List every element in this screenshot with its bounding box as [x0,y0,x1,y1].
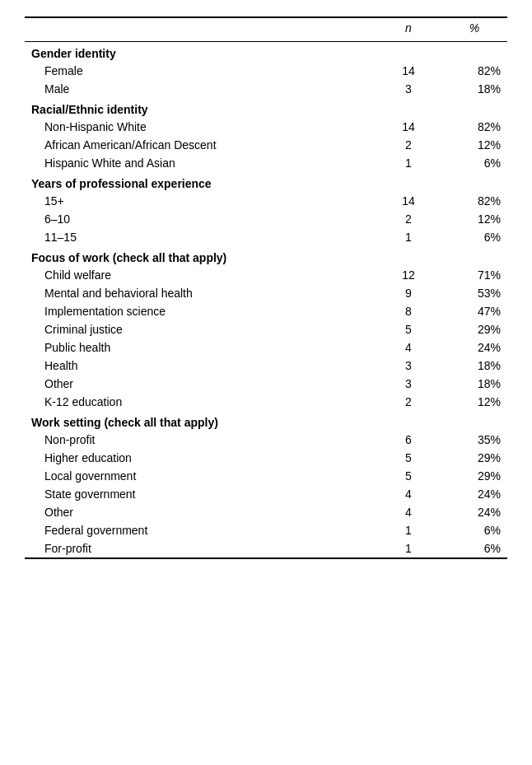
row-pct: 6% [441,539,507,558]
table-row: 15+1482% [25,192,507,210]
section-header-worksetting: Work setting (check all that apply) [25,411,507,431]
row-label: For-profit [25,539,376,558]
table-row: Federal government16% [25,521,507,539]
row-n: 4 [376,503,441,521]
table-row: Other318% [25,375,507,393]
table-row: Higher education529% [25,449,507,467]
row-pct: 24% [441,503,507,521]
row-pct: 18% [441,375,507,393]
row-label: Female [25,62,376,80]
row-pct: 12% [441,393,507,411]
section-header-label: Years of professional experience [25,172,507,192]
row-label: Male [25,80,376,98]
row-n: 9 [376,284,441,302]
table-row: K-12 education212% [25,393,507,411]
table-row: Non-profit635% [25,431,507,449]
row-pct: 47% [441,302,507,320]
row-pct: 82% [441,62,507,80]
row-n: 14 [376,192,441,210]
row-label: 6–10 [25,210,376,228]
row-label: Non-profit [25,431,376,449]
row-pct: 12% [441,136,507,154]
table-row: For-profit16% [25,539,507,558]
row-label: State government [25,485,376,503]
table-row: Child welfare1271% [25,266,507,284]
row-pct: 6% [441,521,507,539]
row-label: Non-Hispanic White [25,118,376,136]
row-label: Federal government [25,521,376,539]
row-label: Health [25,357,376,375]
row-n: 2 [376,210,441,228]
row-n: 5 [376,449,441,467]
row-n: 3 [376,375,441,393]
row-pct: 82% [441,118,507,136]
row-label: K-12 education [25,393,376,411]
table-row: Health318% [25,357,507,375]
row-n: 14 [376,118,441,136]
row-pct: 29% [441,320,507,338]
row-label: Implementation science [25,302,376,320]
row-n: 3 [376,80,441,98]
row-label: Hispanic White and Asian [25,154,376,172]
table-header-row: n % [25,17,507,42]
row-label: Child welfare [25,266,376,284]
col-header-n: n [376,17,441,42]
table-row: Implementation science847% [25,302,507,320]
row-pct: 82% [441,192,507,210]
row-n: 5 [376,320,441,338]
row-pct: 18% [441,80,507,98]
row-pct: 53% [441,284,507,302]
row-n: 4 [376,485,441,503]
table-row: Public health424% [25,338,507,357]
row-n: 14 [376,62,441,80]
row-label: 11–15 [25,228,376,246]
section-header-racial: Racial/Ethnic identity [25,98,507,118]
row-n: 8 [376,302,441,320]
row-pct: 24% [441,485,507,503]
row-label: 15+ [25,192,376,210]
row-n: 1 [376,539,441,558]
table-row: 6–10212% [25,210,507,228]
row-label: Other [25,375,376,393]
table-row: Mental and behavioral health953% [25,284,507,302]
table-row: Female1482% [25,62,507,80]
row-n: 2 [376,136,441,154]
demographics-table: n % Gender identityFemale1482%Male318%Ra… [25,16,507,559]
table-row: Male318% [25,80,507,98]
row-n: 12 [376,266,441,284]
row-label: Criminal justice [25,320,376,338]
row-n: 4 [376,338,441,357]
table-row: 11–1516% [25,228,507,246]
table-row: Hispanic White and Asian16% [25,154,507,172]
row-pct: 18% [441,357,507,375]
col-header-label [25,17,376,42]
row-pct: 71% [441,266,507,284]
row-n: 6 [376,431,441,449]
row-n: 1 [376,154,441,172]
row-pct: 12% [441,210,507,228]
row-label: Higher education [25,449,376,467]
section-header-gender: Gender identity [25,42,507,63]
table-row: State government424% [25,485,507,503]
row-pct: 29% [441,449,507,467]
row-label: Other [25,503,376,521]
row-n: 5 [376,467,441,485]
row-label: Mental and behavioral health [25,284,376,302]
table-row: Local government529% [25,467,507,485]
table-row: Other424% [25,503,507,521]
table-row: Non-Hispanic White1482% [25,118,507,136]
section-header-label: Racial/Ethnic identity [25,98,507,118]
section-header-label: Work setting (check all that apply) [25,411,507,431]
col-header-pct: % [441,17,507,42]
row-n: 3 [376,357,441,375]
section-header-focus: Focus of work (check all that apply) [25,246,507,266]
row-n: 2 [376,393,441,411]
section-header-label: Gender identity [25,42,507,63]
section-header-label: Focus of work (check all that apply) [25,246,507,266]
row-label: African American/African Descent [25,136,376,154]
table-row: Criminal justice529% [25,320,507,338]
row-pct: 6% [441,228,507,246]
row-pct: 35% [441,431,507,449]
row-pct: 24% [441,338,507,357]
row-label: Local government [25,467,376,485]
